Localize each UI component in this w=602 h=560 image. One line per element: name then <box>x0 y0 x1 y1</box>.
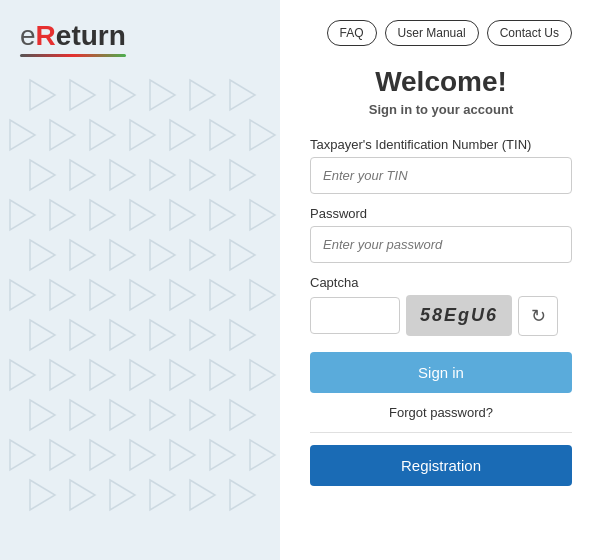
logo-e: e <box>20 20 36 51</box>
captcha-label: Captcha <box>310 275 572 290</box>
svg-marker-32 <box>10 280 35 310</box>
svg-marker-2 <box>110 80 135 110</box>
svg-marker-70 <box>230 480 255 510</box>
svg-marker-4 <box>190 80 215 110</box>
logo-r-red: R <box>36 20 56 51</box>
captcha-row: 58EgU6 ↻ <box>310 295 572 336</box>
svg-marker-24 <box>210 200 235 230</box>
captcha-image: 58EgU6 <box>406 295 512 336</box>
svg-marker-37 <box>210 280 235 310</box>
svg-marker-20 <box>50 200 75 230</box>
svg-marker-19 <box>10 200 35 230</box>
svg-marker-6 <box>10 120 35 150</box>
svg-marker-54 <box>110 400 135 430</box>
svg-marker-26 <box>30 240 55 270</box>
welcome-title: Welcome! <box>375 66 507 98</box>
password-label: Password <box>310 206 572 221</box>
svg-marker-7 <box>50 120 75 150</box>
svg-marker-44 <box>230 320 255 350</box>
svg-marker-53 <box>70 400 95 430</box>
left-panel: eReturn <box>0 0 280 560</box>
svg-marker-41 <box>110 320 135 350</box>
svg-marker-25 <box>250 200 275 230</box>
svg-marker-28 <box>110 240 135 270</box>
svg-marker-42 <box>150 320 175 350</box>
tin-input[interactable] <box>310 157 572 194</box>
password-input[interactable] <box>310 226 572 263</box>
svg-marker-46 <box>50 360 75 390</box>
svg-marker-5 <box>230 80 255 110</box>
sign-in-subtitle: Sign in to your account <box>369 102 513 117</box>
svg-marker-13 <box>30 160 55 190</box>
svg-marker-17 <box>190 160 215 190</box>
captcha-refresh-button[interactable]: ↻ <box>518 296 558 336</box>
svg-marker-59 <box>50 440 75 470</box>
login-form: Taxpayer's Identification Number (TIN) P… <box>310 137 572 486</box>
user-manual-button[interactable]: User Manual <box>385 20 479 46</box>
svg-marker-66 <box>70 480 95 510</box>
svg-marker-60 <box>90 440 115 470</box>
svg-marker-9 <box>130 120 155 150</box>
sign-in-button[interactable]: Sign in <box>310 352 572 393</box>
svg-marker-68 <box>150 480 175 510</box>
svg-marker-56 <box>190 400 215 430</box>
background-pattern <box>0 0 280 560</box>
svg-marker-35 <box>130 280 155 310</box>
svg-marker-10 <box>170 120 195 150</box>
divider <box>310 432 572 433</box>
svg-marker-18 <box>230 160 255 190</box>
svg-marker-49 <box>170 360 195 390</box>
svg-marker-23 <box>170 200 195 230</box>
svg-marker-36 <box>170 280 195 310</box>
svg-marker-0 <box>30 80 55 110</box>
svg-marker-51 <box>250 360 275 390</box>
contact-us-button[interactable]: Contact Us <box>487 20 572 46</box>
svg-marker-57 <box>230 400 255 430</box>
forgot-password-link[interactable]: Forgot password? <box>310 405 572 420</box>
svg-marker-12 <box>250 120 275 150</box>
svg-marker-27 <box>70 240 95 270</box>
svg-marker-48 <box>130 360 155 390</box>
svg-marker-22 <box>130 200 155 230</box>
svg-marker-8 <box>90 120 115 150</box>
captcha-input[interactable] <box>310 297 400 334</box>
right-panel: FAQ User Manual Contact Us Welcome! Sign… <box>280 0 602 560</box>
svg-marker-61 <box>130 440 155 470</box>
svg-marker-65 <box>30 480 55 510</box>
svg-marker-55 <box>150 400 175 430</box>
svg-marker-64 <box>250 440 275 470</box>
svg-marker-3 <box>150 80 175 110</box>
tin-label: Taxpayer's Identification Number (TIN) <box>310 137 572 152</box>
svg-marker-11 <box>210 120 235 150</box>
svg-marker-38 <box>250 280 275 310</box>
svg-marker-62 <box>170 440 195 470</box>
logo-return: eturn <box>56 20 126 51</box>
logo: eReturn <box>20 20 126 57</box>
svg-marker-52 <box>30 400 55 430</box>
svg-marker-40 <box>70 320 95 350</box>
svg-marker-31 <box>230 240 255 270</box>
svg-marker-43 <box>190 320 215 350</box>
svg-marker-69 <box>190 480 215 510</box>
svg-marker-30 <box>190 240 215 270</box>
svg-marker-21 <box>90 200 115 230</box>
svg-marker-63 <box>210 440 235 470</box>
nav-buttons: FAQ User Manual Contact Us <box>327 20 572 46</box>
svg-marker-58 <box>10 440 35 470</box>
svg-marker-16 <box>150 160 175 190</box>
svg-marker-15 <box>110 160 135 190</box>
svg-marker-45 <box>10 360 35 390</box>
registration-button[interactable]: Registration <box>310 445 572 486</box>
svg-marker-39 <box>30 320 55 350</box>
svg-marker-34 <box>90 280 115 310</box>
svg-marker-14 <box>70 160 95 190</box>
faq-button[interactable]: FAQ <box>327 20 377 46</box>
svg-marker-33 <box>50 280 75 310</box>
refresh-icon: ↻ <box>531 305 546 327</box>
svg-marker-29 <box>150 240 175 270</box>
svg-marker-47 <box>90 360 115 390</box>
svg-marker-50 <box>210 360 235 390</box>
svg-marker-1 <box>70 80 95 110</box>
svg-marker-67 <box>110 480 135 510</box>
